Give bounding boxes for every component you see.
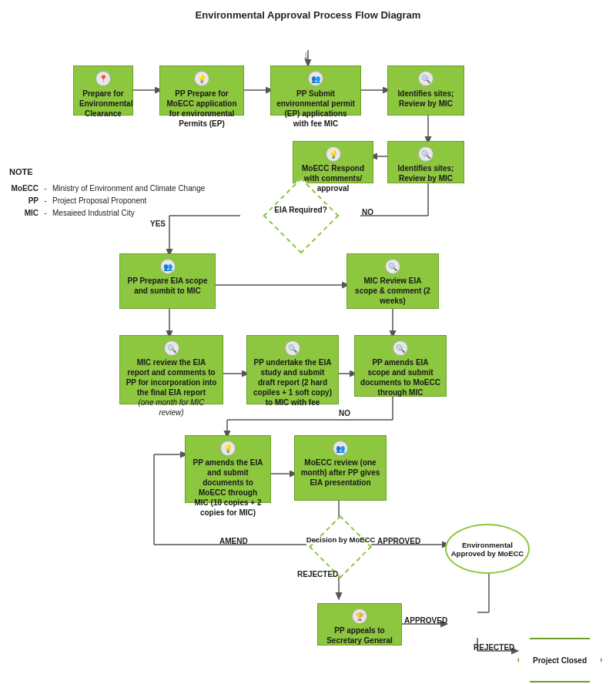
- box-pp-undertake-eia: 🔍 PP undertake the EIA study and submit …: [246, 335, 339, 404]
- label-approved2: APPROVED: [404, 616, 447, 625]
- box-pp-amends-eia-scope: 🔍 PP amends EIA scope and submit documen…: [354, 335, 447, 397]
- diamond-decision-moecc: Decision by MoECC: [304, 524, 377, 570]
- label-rejected2: REJECTED: [474, 643, 514, 652]
- box-env-approved: Environmental Approved by MoECC: [445, 524, 530, 574]
- box-moecc-review: 👥 MoECC review (one month) after PP give…: [294, 435, 387, 501]
- box-identifies-sites-1: 🔍 Identifies sites; Review by MIC: [387, 65, 464, 116]
- label-no2: NO: [339, 409, 350, 417]
- box-project-closed: Project Closed: [517, 638, 602, 682]
- box-prepare-clearance: 📍 Prepare for Environmental Clearance: [73, 65, 133, 116]
- diamond-eia-required: EIA Required?: [260, 189, 341, 243]
- box-pp-submit-ep: 👥 PP Submit environmental permit (EP) ap…: [270, 65, 361, 116]
- label-no: NO: [362, 208, 373, 216]
- box-pp-prepare-eia-scope: 👥 PP Prepare EIA scope and sumbit to MIC: [119, 253, 216, 309]
- box-mic-review-eia-report: 🔍 MIC review the EIA report and comments…: [119, 335, 223, 404]
- label-amend: AMEND: [219, 537, 248, 545]
- box-moecc-respond: 💡 MoECC Respond with comments/ approval: [293, 141, 373, 183]
- label-rejected: REJECTED: [297, 570, 338, 578]
- note-section: NOTE MoECC - Ministry of Environment and…: [9, 166, 205, 220]
- box-identifies-sites-2: 🔍 Identifies sites; Review by MIC: [387, 141, 464, 183]
- label-approved: APPROVED: [377, 537, 420, 545]
- box-pp-amends-eia-submit: 💡 PP amends the EIA and submit documents…: [185, 435, 271, 503]
- page-title: Environmental Approval Process Flow Diag…: [0, 0, 616, 27]
- label-yes: YES: [150, 220, 166, 228]
- box-mic-review-eia-scope: 🔍 MIC Review EIA scope & comment (2 week…: [346, 253, 439, 309]
- start-arrow: ↓: [303, 49, 309, 62]
- box-pp-appeals: 🏆 PP appeals to Secretary General: [317, 603, 402, 645]
- box-pp-prepare-moecc: 💡 PP Prepare for MoECC application for e…: [159, 65, 244, 116]
